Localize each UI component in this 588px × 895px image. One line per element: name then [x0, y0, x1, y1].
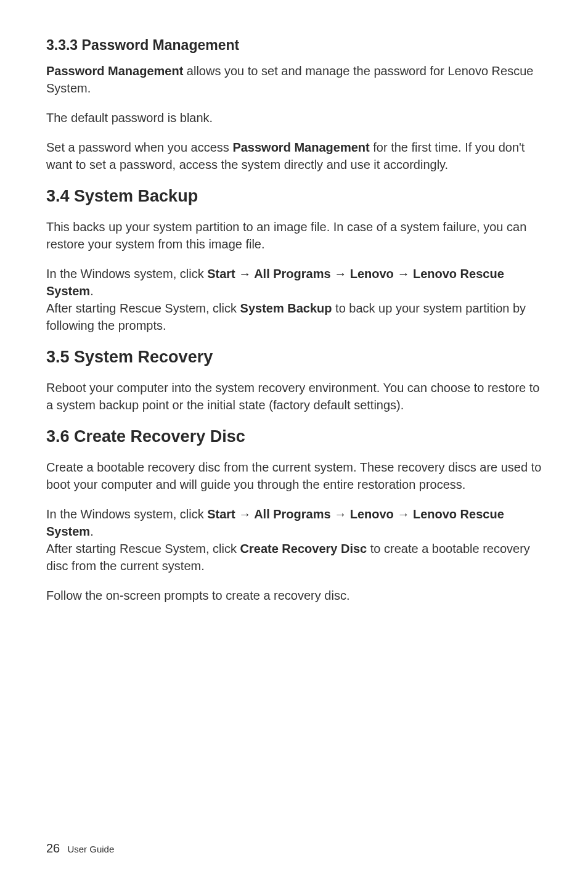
paragraph: The default password is blank.: [46, 109, 542, 126]
bold-text: System Backup: [240, 301, 332, 315]
body-text: After starting Rescue System, click: [46, 301, 240, 315]
page-number: 26: [46, 841, 60, 855]
body-text: After starting Rescue System, click: [46, 542, 240, 555]
bold-text: Password Management: [232, 141, 369, 154]
heading-3-3-3: 3.3.3 Password Management: [46, 37, 542, 54]
footer-label: User Guide: [67, 844, 114, 854]
body-text: .: [90, 525, 94, 538]
page-footer: 26 User Guide: [46, 841, 114, 856]
bold-text: Password Management: [46, 64, 183, 78]
document-page: 3.3.3 Password Management Password Manag…: [0, 0, 588, 647]
body-text: Set a password when you access: [46, 141, 232, 154]
body-text: In the Windows system, click: [46, 507, 207, 521]
paragraph: After starting Rescue System, click Crea…: [46, 540, 542, 574]
body-text: .: [90, 284, 94, 298]
paragraph: Follow the on-screen prompts to create a…: [46, 587, 542, 604]
paragraph: In the Windows system, click Start → All…: [46, 265, 542, 300]
paragraph: Reboot your computer into the system rec…: [46, 379, 542, 414]
heading-3-6: 3.6 Create Recovery Disc: [46, 427, 542, 446]
paragraph: After starting Rescue System, click Syst…: [46, 300, 542, 334]
paragraph: Create a bootable recovery disc from the…: [46, 459, 542, 493]
heading-3-5: 3.5 System Recovery: [46, 348, 542, 367]
paragraph: In the Windows system, click Start → All…: [46, 505, 542, 540]
paragraph: This backs up your system partition to a…: [46, 218, 542, 253]
body-text: In the Windows system, click: [46, 267, 207, 280]
paragraph: Password Management allows you to set an…: [46, 62, 542, 97]
bold-text: Create Recovery Disc: [240, 542, 367, 555]
paragraph: Set a password when you access Password …: [46, 139, 542, 173]
heading-3-4: 3.4 System Backup: [46, 187, 542, 206]
